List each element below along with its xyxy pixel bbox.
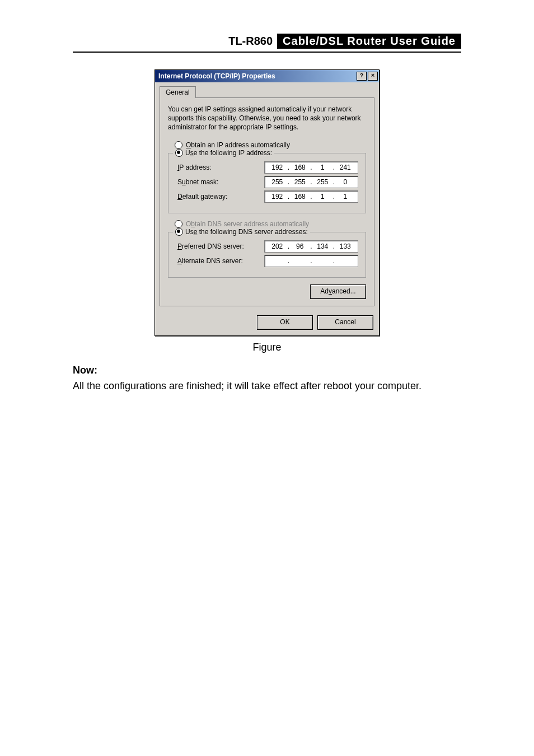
radio-icon bbox=[175, 149, 183, 157]
subnet-mask-row: Subnet mask: 255. 255. 255. 0 bbox=[174, 176, 360, 188]
dialog-buttons: OK Cancel bbox=[155, 311, 379, 335]
dns-server-group: Use the following DNS server addresses: … bbox=[168, 232, 366, 278]
dialog-title: Internet Protocol (TCP/IP) Properties bbox=[158, 72, 355, 80]
alternate-dns-input[interactable]: . . . bbox=[264, 255, 358, 267]
page-header: TL-R860 Cable/DSL Router User Guide bbox=[73, 34, 461, 53]
ip-address-group: Use the following IP address: IP address… bbox=[168, 153, 366, 213]
radio-use-ip[interactable]: Use the following IP address: bbox=[173, 149, 274, 157]
radio-obtain-ip-auto[interactable]: Obtain an IP address automatically bbox=[175, 141, 366, 149]
tab-panel-general: You can get IP settings assigned automat… bbox=[160, 97, 374, 306]
ip-address-row: IP address: 192. 168. 1. 241 bbox=[174, 161, 360, 174]
guide-title: Cable/DSL Router User Guide bbox=[277, 34, 461, 49]
tab-strip: General bbox=[155, 82, 379, 97]
radio-use-dns[interactable]: Use the following DNS server addresses: bbox=[173, 228, 310, 236]
default-gateway-row: Default gateway: 192. 168. 1. 1 bbox=[174, 190, 360, 203]
figure-caption: Figure bbox=[73, 342, 461, 353]
now-label: Now: bbox=[73, 365, 97, 376]
radio-icon bbox=[175, 228, 183, 236]
alternate-dns-row: Alternate DNS server: . . . bbox=[174, 255, 360, 267]
body-sentence: All the configurations are finished; it … bbox=[73, 380, 421, 391]
tcpip-properties-dialog: Internet Protocol (TCP/IP) Properties ? … bbox=[154, 69, 380, 336]
advanced-row: Advanced... bbox=[168, 284, 366, 299]
radio-icon bbox=[175, 141, 182, 149]
radio-obtain-dns-auto: Obtain DNS server address automatically bbox=[175, 220, 366, 228]
ok-button[interactable]: OK bbox=[257, 315, 313, 330]
screenshot-container: Internet Protocol (TCP/IP) Properties ? … bbox=[73, 69, 461, 336]
radio-icon bbox=[175, 220, 182, 228]
description-text: You can get IP settings assigned automat… bbox=[168, 105, 366, 132]
default-gateway-input[interactable]: 192. 168. 1. 1 bbox=[264, 190, 358, 203]
close-icon[interactable]: × bbox=[368, 72, 378, 81]
help-icon[interactable]: ? bbox=[357, 72, 367, 81]
dialog-titlebar[interactable]: Internet Protocol (TCP/IP) Properties ? … bbox=[155, 70, 379, 82]
body-text: Now: All the configurations are finished… bbox=[73, 362, 461, 395]
tab-general[interactable]: General bbox=[160, 86, 196, 98]
preferred-dns-input[interactable]: 202. 96. 134. 133 bbox=[264, 240, 358, 253]
subnet-mask-input[interactable]: 255. 255. 255. 0 bbox=[264, 176, 358, 188]
preferred-dns-row: Preferred DNS server: 202. 96. 134. 133 bbox=[174, 240, 360, 253]
ip-address-input[interactable]: 192. 168. 1. 241 bbox=[264, 161, 358, 174]
advanced-button[interactable]: Advanced... bbox=[310, 284, 366, 299]
cancel-button[interactable]: Cancel bbox=[317, 315, 373, 330]
model-number: TL-R860 bbox=[224, 34, 277, 49]
document-page: TL-R860 Cable/DSL Router User Guide Inte… bbox=[0, 0, 534, 394]
